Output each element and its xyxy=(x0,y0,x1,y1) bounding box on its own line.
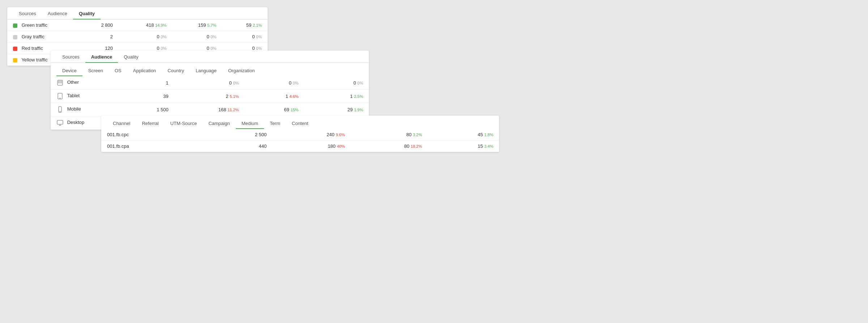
source-label: 001.fb.cpc xyxy=(101,129,181,141)
svg-point-6 xyxy=(61,82,62,83)
traffic-col3: 159 5.7% xyxy=(172,20,222,31)
subtab-application[interactable]: Application xyxy=(127,64,162,76)
tab-audience-2[interactable]: Audience xyxy=(85,51,118,63)
table-row: 001.fb.cpa 440 180 40% 80 18.2% 15 3.4% xyxy=(101,141,499,152)
svg-point-10 xyxy=(60,111,60,112)
source-empty xyxy=(181,141,211,152)
device-count: 1 xyxy=(123,76,174,90)
svg-point-5 xyxy=(60,82,60,83)
svg-point-2 xyxy=(60,81,60,82)
traffic-count: 2 800 xyxy=(80,20,119,31)
table-row: Mobile 1 500 168 11.2% 69 15% 29 1.9% xyxy=(51,103,369,116)
source-empty xyxy=(181,129,211,141)
sources-table: 001.fb.cpc 2 500 240 9.6% 80 3.2% 45 1.8… xyxy=(101,129,499,152)
subtab-language[interactable]: Language xyxy=(190,64,222,76)
subtab-country[interactable]: Country xyxy=(162,64,190,76)
traffic-label: Gray traffic xyxy=(7,31,80,43)
traffic-color-dot xyxy=(13,23,17,28)
source-col3: 80 18.2% xyxy=(350,141,427,152)
device-label: Other xyxy=(51,76,123,90)
source-label: 001.fb.cpa xyxy=(101,141,181,152)
svg-point-4 xyxy=(58,82,59,83)
source-col3: 80 3.2% xyxy=(350,129,427,141)
device-col3: 1 4.6% xyxy=(244,90,304,103)
tab-quality-1[interactable]: Quality xyxy=(73,7,101,19)
svg-point-3 xyxy=(61,81,62,82)
traffic-count: 2 xyxy=(80,31,119,43)
subtab-device[interactable]: Device xyxy=(56,64,82,76)
device-label: Tablet xyxy=(51,90,123,103)
device-count: 1 500 xyxy=(123,103,174,116)
traffic-col4: 59 2.1% xyxy=(222,20,268,31)
sub-tab-bar-2: Device Screen OS Application Country Lan… xyxy=(51,63,369,76)
tab-audience-1[interactable]: Audience xyxy=(42,7,73,19)
source-count: 2 500 xyxy=(211,129,272,141)
svg-point-8 xyxy=(60,98,60,99)
table-row: Green traffic 2 800 418 14.9% 159 5.7% 5… xyxy=(7,20,268,31)
table-row: Gray traffic 2 0 0% 0 0% 0 0% xyxy=(7,31,268,43)
traffic-col2: 418 14.9% xyxy=(119,20,172,31)
device-col2: 168 11.2% xyxy=(174,103,244,116)
traffic-col3: 0 0% xyxy=(172,31,222,43)
device-col4: 1 2.5% xyxy=(304,90,369,103)
svg-point-1 xyxy=(58,81,59,82)
tab-bar-2: Sources Audience Quality xyxy=(51,51,369,63)
source-col4: 15 3.4% xyxy=(428,141,499,152)
mobile-icon xyxy=(56,106,64,113)
source-col2: 180 40% xyxy=(272,141,350,152)
other-icon xyxy=(56,79,64,86)
subtab-term[interactable]: Term xyxy=(264,117,286,129)
subtab-organization[interactable]: Organization xyxy=(222,64,261,76)
subtab-campaign[interactable]: Campaign xyxy=(203,117,235,129)
source-count: 440 xyxy=(211,141,272,152)
tab-sources-2[interactable]: Sources xyxy=(56,51,85,63)
tablet-icon xyxy=(56,92,64,100)
traffic-color-dot xyxy=(13,58,17,63)
subtab-channel[interactable]: Channel xyxy=(107,117,136,129)
subtab-utmsource[interactable]: UTM-Source xyxy=(165,117,203,129)
source-col2: 240 9.6% xyxy=(272,129,350,141)
subtab-referral[interactable]: Referral xyxy=(136,117,164,129)
device-col2: 0 0% xyxy=(174,76,244,90)
subtab-medium[interactable]: Medium xyxy=(236,117,264,129)
table-row: Other 1 0 0% 0 0% 0 0% xyxy=(51,76,369,90)
desktop-icon xyxy=(56,119,64,126)
subtab-content[interactable]: Content xyxy=(286,117,314,129)
tab-bar-1: Sources Audience Quality xyxy=(7,7,268,20)
table-row: Tablet 39 2 5.1% 1 4.6% 1 2.5% xyxy=(51,90,369,103)
traffic-color-dot xyxy=(13,35,17,39)
traffic-col4: 0 0% xyxy=(222,31,268,43)
device-col3: 69 15% xyxy=(244,103,304,116)
device-col2: 2 5.1% xyxy=(174,90,244,103)
svg-rect-11 xyxy=(57,120,63,124)
traffic-color-dot xyxy=(13,47,17,51)
subtab-screen[interactable]: Screen xyxy=(82,64,109,76)
source-col4: 45 1.8% xyxy=(428,129,499,141)
panel-sources: Channel Referral UTM-Source Campaign Med… xyxy=(101,116,499,152)
device-label: Mobile xyxy=(51,103,123,116)
tab-quality-2[interactable]: Quality xyxy=(118,51,144,63)
subtab-os[interactable]: OS xyxy=(109,64,127,76)
sub-tab-bar-3: Channel Referral UTM-Source Campaign Med… xyxy=(101,116,499,129)
tab-sources-1[interactable]: Sources xyxy=(13,7,42,19)
device-col3: 0 0% xyxy=(244,76,304,90)
traffic-label: Green traffic xyxy=(7,20,80,31)
device-col4: 0 0% xyxy=(304,76,369,90)
device-col4: 29 1.9% xyxy=(304,103,369,116)
device-count: 39 xyxy=(123,90,174,103)
table-row: 001.fb.cpc 2 500 240 9.6% 80 3.2% 45 1.8… xyxy=(101,129,499,141)
traffic-col2: 0 0% xyxy=(119,31,172,43)
